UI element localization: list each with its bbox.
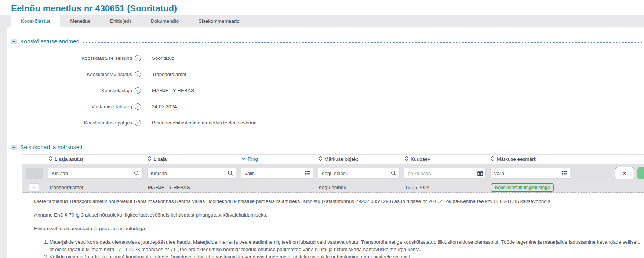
table-filter-row: ✕ + — [22, 164, 644, 182]
filter-date-kuupaev[interactable] — [404, 168, 486, 179]
dotted-divider — [86, 148, 642, 148]
sort-icon — [319, 156, 322, 162]
field-row-pohjus: Kooskõlastuse põhjus i Piirdeaia ehitust… — [11, 115, 644, 131]
section-title: Seisukohad ja märkused — [20, 144, 83, 150]
field-value: Transpordiamet — [152, 72, 186, 77]
header-cell-expand — [22, 155, 46, 164]
field-value: 24.05.2024 — [152, 104, 177, 109]
sort-icon — [148, 156, 152, 162]
column-header-ring[interactable]: Ring — [239, 155, 316, 164]
sort-icon — [49, 156, 52, 162]
field-value: MARJE-LY REBAS — [152, 88, 194, 93]
tab-menetlus[interactable]: Menetlus — [60, 15, 100, 27]
info-icon[interactable]: i — [135, 120, 141, 126]
field-label: Kooskõlastaja — [11, 88, 132, 93]
column-header-lisaja[interactable]: Lisaja — [145, 155, 239, 164]
column-header-label: Kuupäev — [411, 156, 430, 162]
filter-select-markuse-eesmark[interactable] — [490, 168, 570, 179]
column-header-label: Lisaja — [154, 156, 167, 162]
column-header-label: Märkuse objekt — [324, 156, 358, 162]
table-header-row: Lisaja asutus Lisaja Ring Märkuse objekt… — [22, 154, 644, 164]
info-icon[interactable]: i — [135, 103, 141, 110]
cell-lisaja-asutus: Transpordiamet — [46, 185, 145, 190]
sort-icon — [405, 156, 408, 162]
filter-select-ring[interactable] — [241, 168, 313, 179]
filter-input-lisaja-asutus[interactable] — [48, 168, 143, 179]
page-title: Eelnõu menetlus nr 430651 (Sooritatud) — [0, 0, 644, 15]
remarks-table: Lisaja asutus Lisaja Ring Märkuse objekt… — [22, 154, 644, 258]
tab-bar: Kooskõlastus Menetlus Ehitis(ed) Dokumen… — [0, 15, 644, 27]
column-header-lisaja-asutus[interactable]: Lisaja asutus — [46, 155, 145, 164]
list-icon — [305, 171, 310, 176]
list-item: Materjalide veod korraldada olemasoleva … — [50, 239, 640, 253]
field-row-seisund: Kooskõlastuse seisund i Sooritatud — [11, 50, 644, 66]
info-icon[interactable]: i — [135, 55, 141, 61]
collapse-icon[interactable]: − — [11, 39, 17, 44]
clear-filters-button[interactable]: ✕ — [615, 167, 634, 179]
field-row-kooskolastaja: Kooskõlastaja i MARJE-LY REBAS — [11, 82, 644, 98]
tab-kooskolastus[interactable]: Kooskõlastus — [11, 15, 60, 27]
collapse-icon[interactable]: − — [11, 145, 17, 150]
collapse-row-button[interactable]: − — [29, 184, 39, 191]
section-title: Kooskõlastuse andmed — [20, 38, 79, 45]
field-row-asutus: Kooskõlastav asutus i Transpordiamet — [11, 66, 644, 82]
info-icon[interactable]: i — [135, 71, 141, 77]
filter-input-lisaja[interactable] — [147, 168, 236, 179]
status-badge: Kooskõlastan tingimustega — [491, 183, 554, 192]
dotted-divider — [83, 42, 642, 43]
calendar-icon — [477, 171, 483, 176]
column-header-label: Ring — [248, 156, 258, 162]
cell-markuse-objekt: Kogu eelnõu — [316, 185, 402, 190]
detail-paragraph: Olete taotlenud Transpordiametilt nõusol… — [34, 198, 640, 205]
detail-paragraph: Anname EhS § 70 lg 3 alusel nõusoleku ri… — [34, 211, 640, 219]
row-detail-text: Olete taotlenud Transpordiametilt nõusol… — [22, 193, 644, 258]
detail-paragraph: Ehitamisel tuleb arvestada järgnevate as… — [34, 225, 640, 232]
header-cell-actions — [572, 155, 644, 164]
field-value: Sooritatud — [152, 55, 175, 61]
column-header-markuse-eesmark[interactable]: Märkuse eesmärk — [488, 155, 572, 164]
field-label: Kooskõlastav asutus — [11, 72, 132, 77]
column-header-markuse-objekt[interactable]: Märkuse objekt — [316, 155, 402, 164]
column-header-label: Lisaja asutus — [55, 156, 84, 162]
table-row[interactable]: − Transpordiamet MARJE-LY REBAS 1. Kogu … — [22, 182, 644, 193]
list-item: Vältida pinnase (muda, kruus jms) kandum… — [50, 253, 640, 258]
tab-ehitised[interactable]: Ehitis(ed) — [100, 15, 141, 27]
info-icon[interactable]: i — [135, 87, 141, 94]
column-header-kuupaev[interactable]: Kuupäev — [402, 155, 488, 164]
section-header-approval-data: − Kooskõlastuse andmed — [11, 38, 644, 45]
field-label: Vastamise tähtaeg — [11, 104, 132, 109]
field-value: Piirdeaia ehitusteatise menetlus teekait… — [152, 120, 256, 126]
section-header-remarks: − Seisukohad ja märkused — [11, 144, 644, 150]
filter-disabled-cell — [26, 168, 43, 179]
add-remark-button[interactable]: + — [637, 167, 644, 179]
cell-kuupaev: 16.05.2024 — [402, 185, 488, 190]
cell-ring: 1. — [239, 185, 316, 190]
approval-fields: Kooskõlastuse seisund i Sooritatud Koosk… — [11, 50, 644, 131]
column-header-label: Märkuse eesmärk — [497, 156, 536, 162]
search-icon — [134, 170, 140, 176]
detail-conditions-list: Materjalide veod korraldada olemasoleva … — [34, 239, 640, 258]
chevron-down-icon — [241, 156, 245, 162]
list-icon — [561, 171, 567, 176]
filter-input-markuse-objekt[interactable] — [318, 168, 400, 179]
search-icon — [228, 170, 233, 176]
tab-dokumendid[interactable]: Dokumendid — [141, 15, 189, 27]
field-row-tahtaeg: Vastamise tähtaeg i 24.05.2024 — [11, 98, 644, 115]
sort-icon — [491, 156, 495, 162]
field-label: Kooskõlastuse seisund — [11, 55, 132, 61]
tab-content: − Kooskõlastuse andmed Kooskõlastuse sei… — [0, 38, 644, 258]
tab-sisekommentaarid[interactable]: Sisekommentaarid — [189, 15, 250, 27]
close-icon: ✕ — [622, 170, 627, 177]
search-icon — [391, 170, 397, 176]
field-label: Kooskõlastuse põhjus — [11, 120, 132, 126]
cell-lisaja: MARJE-LY REBAS — [145, 185, 239, 190]
